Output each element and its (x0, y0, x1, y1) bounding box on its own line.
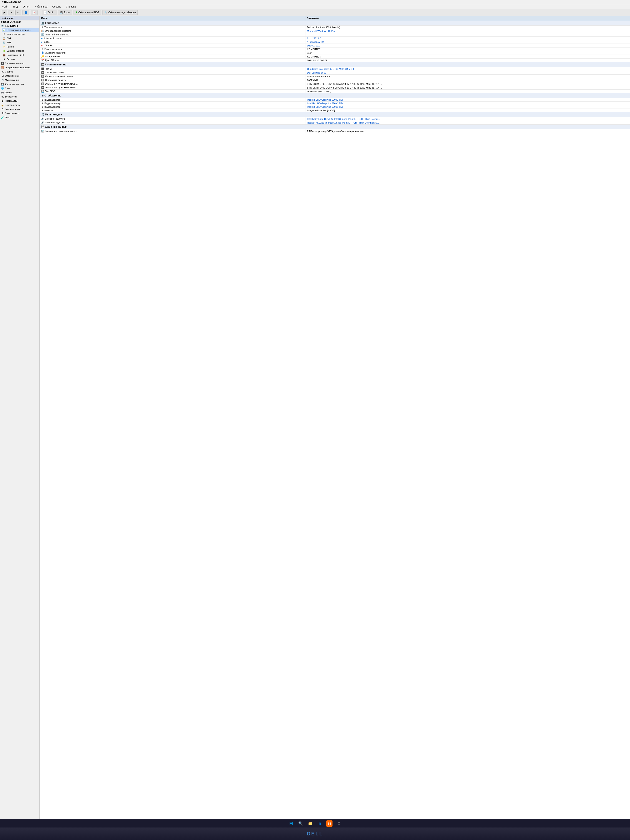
sidebar-item-computer-name[interactable]: 🖥 Имя компьютера (2, 32, 39, 36)
value-dimm1: 8 ГБ DDR4-2400 DDR4 SDRAM (18-17-17-39 @… (305, 82, 630, 86)
taskbar-search-btn[interactable]: 🔍 (297, 820, 304, 827)
value-chipset: Intel Sunrise Point-LP (305, 74, 630, 78)
table-row: 🖥Монитор Integrated Monitor [NoDB] (39, 109, 630, 112)
table-row: 🔲Системная плата Dell Latitude 3590 (39, 71, 630, 74)
sidebar-item-security[interactable]: 🔒 Безопасность (0, 103, 39, 107)
content-area: Поле Значение 💻 Компьютер 🖥Тип компьютер… (39, 16, 630, 819)
backup-btn[interactable]: 💾 Бэкап (58, 10, 72, 15)
field-storage-ctrl: 💽Контроллер хранения данн... (39, 129, 305, 133)
value-storage-ctrl: RAID-контроллер SATA для набора микросхе… (305, 129, 630, 133)
sidebar-item-computer-group[interactable]: 💻 Компьютер (0, 24, 39, 28)
sidebar-item-test[interactable]: 🧪 Тест (0, 115, 39, 120)
sidebar-item-ipmi[interactable]: 📡 IPMI (2, 40, 39, 44)
table-row: 👤Имя пользователя user (39, 51, 630, 55)
field-hostname: 🖥Имя компьютера (39, 47, 305, 51)
nav-user-btn[interactable]: 👤 (22, 10, 29, 15)
nav-chart-btn[interactable]: 📈 (31, 10, 38, 15)
menu-service[interactable]: Сервис (51, 5, 62, 8)
table-row: 🔄Пакет обновления ОС - (39, 33, 630, 37)
sidebar-item-sensors[interactable]: 🌡 Датчики (2, 57, 39, 61)
sidebar-item-overclock[interactable]: ⚡ Разгон (2, 44, 39, 49)
table-row: e Edge 44.22621.674.0 (39, 40, 630, 44)
title-bar: AIDA64 Extreme (0, 0, 630, 5)
section-computer-label: 💻 Компьютер (39, 21, 630, 25)
field-monitor: 🖥Монитор (39, 109, 305, 112)
taskbar-aida64-btn[interactable]: 64 (326, 820, 333, 827)
sidebar-item-display[interactable]: 🖥 Отображение (0, 74, 39, 78)
backup-label: Бэкап (63, 11, 70, 14)
value-edge: 44.22621.674.0 (305, 40, 630, 44)
bios-update-btn[interactable]: ⬇ Обновления BIOS (74, 10, 101, 15)
field-edge: e Edge (39, 40, 305, 44)
config-icon: ⚙ (1, 107, 4, 111)
nav-refresh-btn[interactable]: ↺ (16, 10, 21, 15)
server-icon: 🖧 (1, 70, 4, 73)
field-ie: e Internet Explorer (39, 37, 305, 40)
taskbar-edge-btn[interactable]: e (317, 820, 323, 827)
dmi-icon: 📋 (3, 37, 6, 40)
storage-icon: 💾 (1, 82, 4, 86)
sidebar-summary-label: Суммарная информа... (7, 29, 31, 31)
report-btn[interactable]: 📄 Отчёт (42, 10, 57, 15)
sidebar-item-storage[interactable]: 💾 Хранение данных (0, 82, 39, 86)
taskbar-explorer-btn[interactable]: 📁 (307, 820, 313, 827)
app-title: AIDA64 Extreme (2, 1, 21, 3)
sidebar-storage-label: Хранение данных (5, 83, 24, 85)
sidebar-item-programs[interactable]: 📱 Программы (0, 99, 39, 103)
sidebar-item-devices[interactable]: 🔌 Устройства (0, 95, 39, 99)
sidebar-item-dmi[interactable]: 📋 DMI (2, 36, 39, 40)
sidebar-directx-label: DirectX (5, 91, 13, 94)
sidebar-item-network[interactable]: 🌐 Сеть (0, 86, 39, 90)
nav-forward-btn[interactable]: ▶ (2, 10, 7, 15)
sidebar-test-label: Тест (5, 116, 10, 119)
sidebar-network-label: Сеть (5, 87, 10, 90)
sidebar-item-multimedia[interactable]: 🎵 Мультимедиа (0, 78, 39, 82)
col-field: Поле (39, 16, 305, 21)
sidebar-item-database[interactable]: 🗄 База данных (0, 111, 39, 115)
portable-icon: 💼 (3, 53, 6, 57)
test-icon: 🧪 (1, 116, 4, 119)
sidebar-item-summary[interactable]: 📊 Суммарная информа... (2, 28, 39, 32)
sidebar-item-directx[interactable]: 🎮 DirectX (0, 90, 39, 95)
sidebar-overclock-label: Разгон (7, 46, 14, 48)
sidebar-item-power[interactable]: 🔋 Электропитание (2, 49, 39, 53)
sidebar-item-config[interactable]: ⚙ Конфигурация (0, 107, 39, 111)
section-display-label: 🖥 Отображение (39, 93, 630, 98)
programs-icon: 📱 (1, 99, 4, 103)
table-row: e Internet Explorer 11.1.22621.0 (39, 37, 630, 40)
sidebar-item-portable[interactable]: 💼 Портативный ПК (2, 53, 39, 57)
motherboard-icon: 🔲 (1, 62, 4, 65)
laptop-bottom-bezel: DELL (0, 827, 630, 840)
table-row: 🖥Тип компьютера Dell Inc. Latitude 3590 … (39, 25, 630, 29)
sidebar-item-os[interactable]: 🪟 Операционная система (0, 65, 39, 69)
table-row: 🔊Звуковой адаптер Intel Kaby Lake HDMI @… (39, 117, 630, 121)
table-row: 🖥Видеоадаптер Intel(R) UHD Graphics 620 … (39, 98, 630, 102)
nav-up-btn[interactable]: ∧ (8, 10, 14, 15)
taskbar-windows-btn[interactable]: ⊞ (288, 820, 294, 827)
field-directx: ⊗ DirectX (39, 44, 305, 47)
field-dimm3: 🔲DIMM3: SK hynix HMA81GS... (39, 86, 305, 90)
sensors-icon: 🌡 (3, 57, 6, 61)
sidebar-item-motherboard[interactable]: 🔲 Системная плата (0, 61, 39, 65)
menu-report[interactable]: Отчёт (22, 5, 31, 8)
menu-view[interactable]: Вид (12, 5, 19, 8)
bios-label: Обновления BIOS (78, 11, 99, 14)
value-service-pack: - (305, 33, 630, 37)
menu-favorites[interactable]: Избранное (33, 5, 49, 8)
menu-help[interactable]: Справка (65, 5, 77, 8)
report-label: Отчёт (48, 11, 55, 14)
driver-update-btn[interactable]: 🔍 Обновления драйверов (103, 10, 138, 15)
section-display-icon: 🖥 (41, 94, 44, 97)
value-computer-type: Dell Inc. Latitude 3590 (Mobile) (305, 25, 630, 29)
sidebar: Избранное AIDA64 v5.80.4000 💻 Компьютер … (0, 16, 39, 819)
sidebar-item-server[interactable]: 🖧 Сервер (0, 69, 39, 74)
sidebar-sensors-label: Датчики (7, 58, 15, 60)
section-motherboard: 🔲 Системная плата (39, 62, 630, 67)
value-audio2: Realtek ALC256 @ Intel Sunrise Point-LP … (305, 121, 630, 125)
table-row: 🖥Видеоадаптер Intel(R) UHD Graphics 620 … (39, 102, 630, 105)
summary-icon: 📊 (3, 28, 6, 32)
sidebar-multimedia-label: Мультимедиа (5, 79, 19, 81)
menu-file[interactable]: Файл (1, 5, 9, 8)
taskbar-settings-btn[interactable]: ⚙ (336, 820, 342, 827)
value-bios: Unknown (09/01/2021) (305, 90, 630, 93)
